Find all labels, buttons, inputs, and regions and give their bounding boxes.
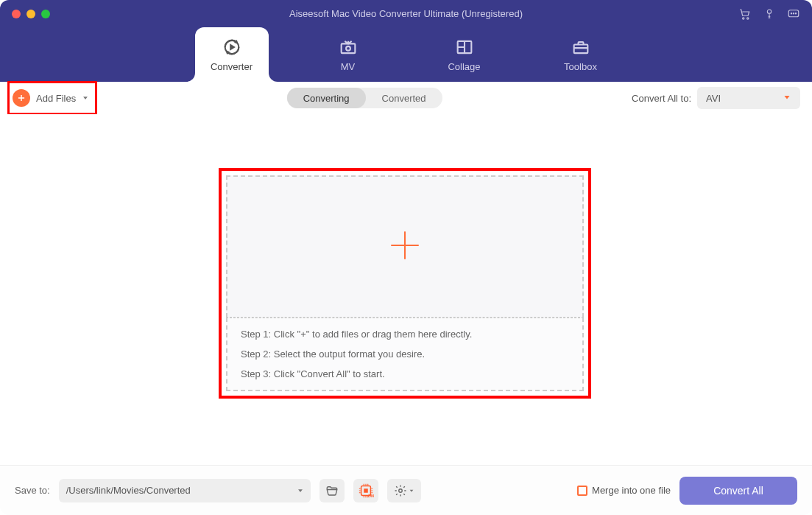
- svg-point-0: [743, 17, 744, 18]
- save-to-label: Save to:: [15, 485, 50, 496]
- tab-converted[interactable]: Converted: [366, 88, 442, 108]
- svg-point-4: [791, 13, 791, 13]
- collage-icon: [454, 38, 475, 57]
- add-files-dropdown-icon[interactable]: [82, 91, 89, 105]
- open-folder-button[interactable]: [319, 479, 345, 502]
- add-files-button[interactable]: [13, 89, 30, 107]
- svg-marker-13: [83, 97, 88, 99]
- sub-toolbar: Add Files Converting Converted Convert A…: [0, 82, 812, 114]
- main-content: Step 1: Click "+" to add files or drag t…: [0, 114, 812, 465]
- maximize-window-button[interactable]: [41, 10, 50, 18]
- svg-rect-9: [341, 43, 355, 53]
- format-value: AVI: [706, 93, 721, 104]
- toolbox-icon: [571, 38, 591, 57]
- dropzone[interactable]: Step 1: Click "+" to add files or drag t…: [226, 175, 584, 391]
- convert-all-to-group: Convert All to: AVI: [632, 87, 800, 109]
- svg-marker-15: [298, 489, 303, 492]
- nav-tab-mv[interactable]: MV: [311, 27, 385, 82]
- svg-rect-17: [364, 488, 368, 493]
- window-controls: [0, 10, 50, 18]
- plus-icon: [386, 227, 423, 267]
- nav-tab-collage[interactable]: Collage: [428, 27, 501, 82]
- svg-point-1: [747, 17, 749, 18]
- svg-marker-20: [409, 489, 413, 491]
- settings-button[interactable]: [387, 479, 421, 502]
- conversion-status-tabs: Converting Converted: [287, 88, 442, 108]
- nav-label: Toolbox: [564, 61, 597, 72]
- step-3-text: Step 3: Click "Convert All" to start.: [241, 368, 569, 379]
- feedback-icon[interactable]: [787, 7, 800, 21]
- svg-point-6: [795, 13, 796, 13]
- merge-label: Merge into one file: [592, 485, 671, 496]
- key-icon[interactable]: [763, 7, 775, 21]
- add-files-label: Add Files: [36, 93, 76, 104]
- output-path-field[interactable]: /Users/link/Movies/Converted: [59, 479, 294, 502]
- svg-point-2: [767, 10, 771, 13]
- converter-icon: [222, 38, 242, 57]
- add-files-highlight: Add Files: [7, 81, 97, 115]
- nav-label: Collage: [448, 61, 480, 72]
- output-format-select[interactable]: AVI: [697, 87, 800, 109]
- chevron-down-icon: [783, 93, 791, 104]
- svg-rect-12: [573, 44, 587, 53]
- dropzone-target[interactable]: [226, 175, 584, 318]
- nav-label: MV: [341, 61, 356, 72]
- dropzone-instructions: Step 1: Click "+" to add files or drag t…: [226, 318, 584, 391]
- titlebar-actions: [738, 7, 800, 21]
- svg-point-10: [346, 46, 350, 50]
- titlebar: Aiseesoft Mac Video Converter Ultimate (…: [0, 0, 812, 27]
- convert-all-button[interactable]: Convert All: [679, 477, 797, 505]
- step-1-text: Step 1: Click "+" to add files or drag t…: [241, 329, 569, 340]
- convert-all-to-label: Convert All to:: [632, 93, 691, 104]
- merge-checkbox-group[interactable]: Merge into one file: [577, 485, 671, 496]
- window-title: Aiseesoft Mac Video Converter Ultimate (…: [289, 8, 523, 19]
- nav-tab-converter[interactable]: Converter: [195, 27, 269, 82]
- main-nav: Converter MV Collage Toolbox: [0, 27, 812, 82]
- app-window: Aiseesoft Mac Video Converter Ultimate (…: [0, 0, 812, 515]
- svg-point-19: [398, 488, 402, 492]
- dropzone-highlight: Step 1: Click "+" to add files or drag t…: [219, 168, 591, 399]
- nav-tab-toolbox[interactable]: Toolbox: [544, 27, 618, 82]
- minimize-window-button[interactable]: [27, 10, 35, 18]
- svg-marker-8: [230, 45, 234, 49]
- svg-text:ON: ON: [367, 494, 373, 498]
- output-path-dropdown[interactable]: [290, 479, 311, 502]
- footer-toolbar: Save to: /Users/link/Movies/Converted ON…: [0, 465, 812, 515]
- step-2-text: Step 2: Select the output format you des…: [241, 348, 569, 360]
- merge-checkbox[interactable]: [577, 486, 587, 496]
- gpu-accel-button[interactable]: ON: [353, 479, 378, 502]
- tab-converting[interactable]: Converting: [287, 88, 366, 108]
- cart-icon[interactable]: [738, 7, 752, 21]
- svg-marker-14: [785, 96, 790, 99]
- svg-point-5: [793, 13, 794, 13]
- mv-icon: [338, 38, 359, 57]
- nav-label: Converter: [211, 61, 253, 72]
- close-window-button[interactable]: [12, 10, 21, 18]
